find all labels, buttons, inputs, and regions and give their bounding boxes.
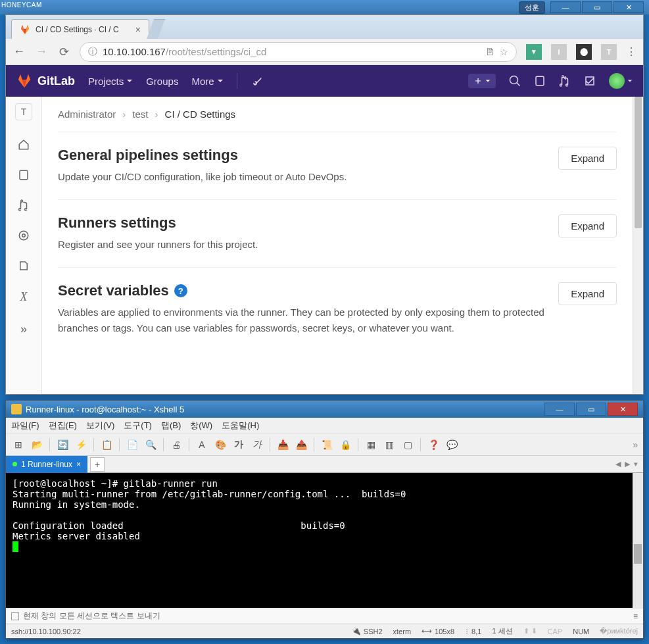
- style-icon[interactable]: 가: [250, 437, 264, 452]
- font-icon[interactable]: A: [195, 437, 209, 452]
- browser-tab[interactable]: CI / CD Settings · CI / C ×: [11, 19, 149, 39]
- tile-v-icon[interactable]: ▥: [382, 437, 397, 452]
- connection-status-icon: [12, 462, 17, 466]
- expand-button[interactable]: Expand: [558, 282, 617, 305]
- add-tab-button[interactable]: +: [90, 457, 105, 472]
- new-session-icon[interactable]: ⊞: [11, 437, 26, 452]
- status-protocol: 🔌 SSH2: [352, 627, 383, 635]
- statusbar: ssh://10.10.100.90:22 🔌 SSH2 xterm ⟷ 105…: [6, 624, 643, 638]
- create-new-button[interactable]: [468, 74, 496, 88]
- print-icon[interactable]: 🖨: [169, 437, 183, 452]
- reload-button[interactable]: ⟳: [57, 45, 70, 59]
- properties-icon[interactable]: 📋: [99, 437, 114, 452]
- tab-list-icon[interactable]: ▾: [634, 460, 638, 468]
- sidebar-expand-icon[interactable]: »: [20, 322, 27, 336]
- bold-icon[interactable]: 가: [231, 437, 246, 452]
- extension-icon-1[interactable]: ▾: [526, 44, 542, 60]
- menu-tools[interactable]: 도구(T): [124, 420, 152, 432]
- nav-groups[interactable]: Groups: [146, 76, 178, 87]
- extension-icon-2[interactable]: I: [551, 44, 567, 60]
- tab-next-icon[interactable]: ▶: [625, 460, 630, 468]
- compose-checkbox[interactable]: [11, 612, 19, 620]
- transfer-icon[interactable]: 📥: [276, 437, 290, 452]
- sidebar-snippets-icon[interactable]: X: [20, 290, 28, 304]
- menu-file[interactable]: 파일(F): [11, 420, 39, 432]
- scrollbar-thumb[interactable]: [634, 544, 642, 564]
- tab-close-icon[interactable]: ×: [76, 460, 81, 469]
- terminal-cursor: [12, 541, 18, 552]
- new-tab-button[interactable]: [147, 19, 165, 39]
- terminal[interactable]: [root@localhost ~]# gitlab-runner run St…: [6, 473, 643, 608]
- expand-button[interactable]: Expand: [558, 214, 617, 237]
- lock-icon[interactable]: 🔒: [338, 437, 352, 452]
- sidebar-project-avatar[interactable]: T: [15, 103, 32, 120]
- tile-h-icon[interactable]: ▦: [364, 437, 378, 452]
- open-icon[interactable]: 📂: [30, 437, 44, 452]
- tab-close-icon[interactable]: ×: [135, 24, 141, 35]
- gitlab-logo[interactable]: GitLab: [16, 73, 75, 89]
- user-menu[interactable]: [609, 73, 633, 89]
- session-tab[interactable]: 1 Runner-linux ×: [6, 456, 87, 473]
- close-button[interactable]: ✕: [613, 1, 644, 13]
- status-cursor-pos: ⸽ 8,1: [465, 628, 481, 635]
- menu-edit[interactable]: 편집(E): [49, 420, 77, 432]
- xshell-minimize-button[interactable]: —: [544, 403, 575, 416]
- terminal-output: [root@localhost ~]# gitlab-runner run St…: [12, 478, 406, 541]
- todos-icon[interactable]: [584, 75, 596, 87]
- menu-help[interactable]: 도움말(H): [222, 420, 259, 432]
- merge-requests-icon[interactable]: [559, 75, 571, 87]
- breadcrumb-admin[interactable]: Administrator: [58, 109, 116, 120]
- extension-icon-4[interactable]: T: [601, 44, 617, 60]
- menu-tab[interactable]: 탭(B): [161, 420, 181, 432]
- chrome-menu-icon[interactable]: ⋮: [626, 45, 637, 58]
- script-icon[interactable]: 📜: [320, 437, 334, 452]
- help-icon[interactable]: ?: [174, 284, 187, 297]
- sidebar-home-icon[interactable]: [18, 139, 30, 151]
- minimize-button[interactable]: —: [550, 1, 581, 13]
- watermark: HONEYCAM: [1, 1, 42, 9]
- extension-icon-3[interactable]: ⬤: [576, 44, 592, 60]
- nav-more[interactable]: More: [191, 76, 223, 87]
- scrollbar[interactable]: [633, 97, 643, 394]
- nav-projects[interactable]: Projects: [88, 76, 133, 87]
- sidebar-cicd-icon[interactable]: [18, 230, 30, 241]
- breadcrumb-project[interactable]: test: [132, 109, 148, 120]
- help-icon[interactable]: ❓: [426, 437, 441, 452]
- issues-icon[interactable]: [534, 75, 546, 87]
- xshell-app-icon: [11, 404, 22, 414]
- translate-icon[interactable]: 🖹: [485, 47, 494, 57]
- reconnect-icon[interactable]: 🔄: [55, 437, 70, 452]
- xshell-close-button[interactable]: ✕: [608, 403, 638, 416]
- disconnect-icon[interactable]: ⚡: [74, 437, 88, 452]
- xshell-maximize-button[interactable]: ▭: [576, 403, 606, 416]
- search-icon[interactable]: [509, 75, 521, 87]
- maximize-button[interactable]: ▭: [582, 1, 612, 13]
- address-bar[interactable]: ⓘ 10.10.100.167/root/test/settings/ci_cd…: [80, 42, 517, 62]
- section-secret-variables: Secret variables ? Variables are applied…: [58, 267, 617, 351]
- about-icon[interactable]: 💬: [445, 437, 459, 452]
- compose-menu-icon[interactable]: ≡: [633, 612, 638, 621]
- xshell-titlebar: Runner-linux - root@localhost:~ - Xshell…: [6, 401, 643, 418]
- menu-view[interactable]: 보기(V): [86, 420, 114, 432]
- forward-button[interactable]: →: [35, 45, 48, 59]
- back-button[interactable]: ←: [12, 45, 26, 59]
- sidebar-merge-requests-icon[interactable]: [18, 199, 30, 211]
- xftp-icon[interactable]: 📤: [294, 437, 308, 452]
- menu-window[interactable]: 창(W): [190, 420, 212, 432]
- sidebar-wiki-icon[interactable]: [18, 260, 30, 272]
- status-grip-icon[interactable]: �римktórej: [600, 627, 638, 635]
- content-area: Administrator › test › CI / CD Settings …: [42, 97, 633, 394]
- admin-wrench-icon[interactable]: [251, 75, 262, 87]
- color-icon[interactable]: 🎨: [213, 437, 228, 452]
- bookmark-star-icon[interactable]: ☆: [500, 47, 508, 57]
- search-icon[interactable]: 🔍: [143, 437, 158, 452]
- tab-prev-icon[interactable]: ◀: [615, 460, 621, 468]
- sidebar-repository-icon[interactable]: [18, 169, 30, 181]
- cascade-icon[interactable]: ▢: [400, 437, 415, 452]
- site-info-icon[interactable]: ⓘ: [88, 46, 97, 58]
- terminal-scrollbar[interactable]: [633, 473, 643, 608]
- expand-button[interactable]: Expand: [558, 147, 617, 170]
- scrollbar-thumb[interactable]: [635, 97, 642, 228]
- copy-icon[interactable]: 📄: [125, 437, 139, 452]
- toolbar-chevron-icon[interactable]: »: [633, 439, 638, 450]
